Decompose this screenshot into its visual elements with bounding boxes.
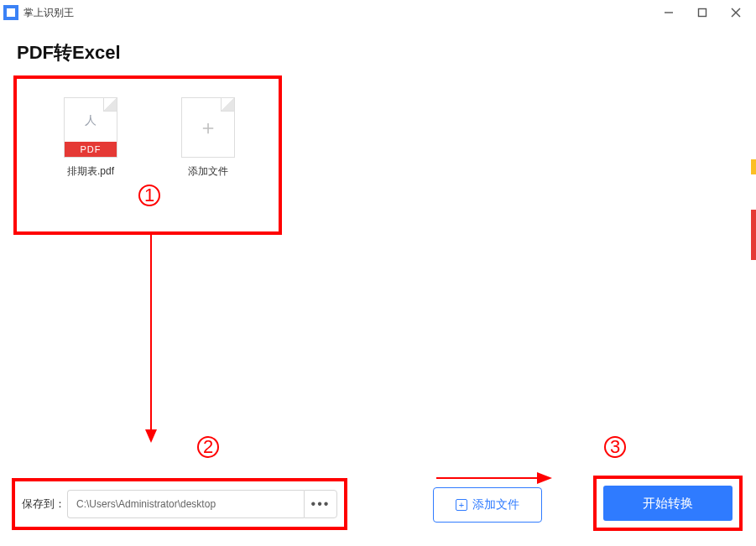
- edge-marker-icon: [751, 210, 756, 260]
- start-button-label: 开始转换: [643, 496, 693, 512]
- start-convert-button[interactable]: 开始转换: [603, 486, 733, 521]
- page-title: PDF转Excel: [0, 25, 756, 74]
- edge-marker-icon: [751, 159, 756, 174]
- app-title: 掌上识别王: [23, 6, 74, 20]
- save-path-input[interactable]: [67, 490, 304, 518]
- save-to-label: 保存到：: [22, 497, 65, 512]
- add-file-button-label: 添加文件: [472, 497, 519, 512]
- close-button[interactable]: [719, 0, 753, 25]
- file-list-highlight: 人 PDF 排期表.pdf ＋ 添加文件: [13, 75, 282, 235]
- titlebar: 掌上识别王: [0, 0, 756, 25]
- plus-square-icon: +: [456, 499, 467, 511]
- svg-marker-5: [145, 429, 157, 443]
- svg-rect-1: [699, 9, 706, 17]
- pdf-badge: PDF: [65, 142, 117, 157]
- annotation-step-2: 2: [197, 436, 219, 458]
- window-controls: [652, 0, 753, 25]
- plus-icon: ＋: [198, 114, 218, 141]
- pdf-glyph-icon: 人: [85, 113, 96, 128]
- file-name-label: 排期表.pdf: [67, 164, 114, 179]
- minimize-button[interactable]: [652, 0, 686, 25]
- file-list: 人 PDF 排期表.pdf ＋ 添加文件: [17, 79, 279, 179]
- maximize-button[interactable]: [686, 0, 719, 25]
- start-button-highlight: 开始转换: [593, 476, 743, 531]
- pdf-file-icon: 人 PDF: [64, 97, 117, 158]
- app-icon: [3, 5, 18, 20]
- add-file-label: 添加文件: [188, 164, 228, 179]
- browse-button[interactable]: •••: [304, 490, 337, 518]
- add-file-button[interactable]: + 添加文件: [433, 487, 542, 523]
- annotation-step-1: 1: [138, 185, 160, 206]
- file-item-pdf[interactable]: 人 PDF 排期表.pdf: [49, 97, 133, 179]
- annotation-step-3: 3: [604, 436, 626, 458]
- save-path-highlight: 保存到： •••: [12, 478, 347, 530]
- add-file-card[interactable]: ＋ 添加文件: [166, 97, 250, 179]
- add-file-icon: ＋: [181, 97, 235, 158]
- arrow-down-icon: [143, 235, 159, 448]
